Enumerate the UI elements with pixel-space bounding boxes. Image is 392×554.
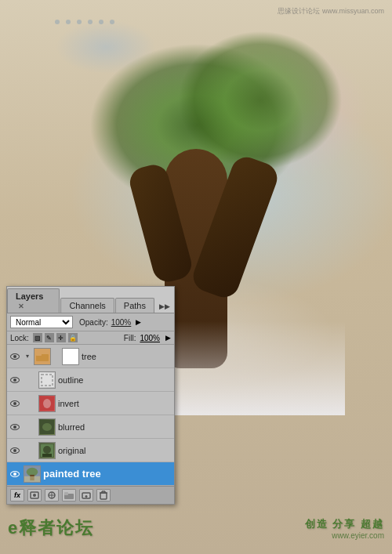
- site-url-text: www.eyier.com: [305, 531, 384, 540]
- svg-point-5: [43, 399, 51, 408]
- layer-list[interactable]: ▾ tree: [7, 345, 174, 486]
- tab-layers[interactable]: Layers ✕: [7, 288, 60, 313]
- blend-opacity-row: Normal Opacity: 100% ▶: [7, 313, 174, 331]
- add-mask-button[interactable]: [27, 489, 42, 501]
- layer-name-painted-tree: painted tree: [43, 468, 101, 480]
- thumb-blurred: [38, 418, 56, 436]
- opacity-arrow[interactable]: ▶: [136, 318, 141, 326]
- blend-mode-select[interactable]: Normal: [10, 316, 73, 328]
- svg-rect-15: [24, 476, 40, 481]
- lock-label: Lock:: [10, 334, 29, 342]
- eye-visibility-outline[interactable]: [9, 374, 21, 386]
- layer-item-invert[interactable]: invert: [7, 392, 174, 415]
- layer-name-invert: invert: [58, 399, 172, 408]
- close-layers-tab[interactable]: ✕: [18, 302, 24, 310]
- svg-rect-11: [42, 454, 52, 457]
- panel-toolbar: fx: [7, 486, 174, 504]
- layer-name-blurred: blurred: [58, 422, 172, 432]
- tab-channels[interactable]: Channels: [60, 298, 114, 313]
- folder-icon-tree: [34, 348, 51, 365]
- thumb-painted-tree: [24, 465, 41, 483]
- thumb-outline: [38, 371, 56, 389]
- top-watermark: 思缘设计论坛 www.missyuan.com: [278, 6, 384, 16]
- eye-visibility-invert[interactable]: [9, 397, 21, 410]
- svg-point-10: [43, 446, 51, 454]
- eye-visibility-original[interactable]: [9, 444, 21, 457]
- lock-brush-icon[interactable]: ✎: [45, 333, 54, 342]
- opacity-label: Opacity:: [79, 318, 108, 327]
- opacity-value[interactable]: 100%: [111, 318, 132, 327]
- add-adjustment-button[interactable]: [45, 489, 59, 501]
- create-layer-button[interactable]: [79, 489, 93, 501]
- tagline-text: 创造 分享 超越: [305, 517, 384, 531]
- layer-name-tree-group: tree: [82, 352, 172, 361]
- layer-item-blurred[interactable]: blurred: [7, 415, 174, 439]
- svg-rect-1: [36, 353, 42, 356]
- lock-icons: ▨ ✎ ✛ 🔒: [33, 333, 78, 342]
- mask-thumb-tree: [62, 348, 79, 365]
- bottom-watermark: e释者论坛 创造 分享 超越 www.eyier.com: [8, 516, 384, 540]
- svg-rect-24: [100, 493, 107, 499]
- layer-style-button[interactable]: fx: [10, 489, 24, 501]
- group-expand-icon[interactable]: ▾: [24, 353, 31, 360]
- lock-all-icon[interactable]: 🔒: [68, 333, 78, 342]
- tab-paths[interactable]: Paths: [115, 298, 154, 313]
- lock-fill-row: Lock: ▨ ✎ ✛ 🔒 Fill: 100% ▶: [7, 331, 174, 345]
- layer-name-original: original: [58, 446, 172, 455]
- eye-visibility-tree-group[interactable]: [9, 350, 21, 363]
- layer-item-outline[interactable]: outline: [7, 368, 174, 392]
- layer-name-outline: outline: [58, 375, 172, 385]
- fill-arrow[interactable]: ▶: [165, 334, 171, 342]
- delete-layer-button[interactable]: [96, 489, 111, 501]
- lock-transparent-icon[interactable]: ▨: [33, 333, 42, 342]
- layer-item-original[interactable]: original: [7, 439, 174, 462]
- svg-point-17: [33, 494, 36, 497]
- panel-tabs: Layers ✕ Channels Paths ▶▶: [7, 287, 174, 313]
- lock-move-icon[interactable]: ✛: [56, 333, 66, 342]
- eye-visibility-painted-tree[interactable]: [9, 468, 21, 480]
- svg-point-7: [42, 423, 52, 431]
- create-group-button[interactable]: [62, 489, 76, 501]
- chinese-main-text: e释者论坛: [8, 516, 94, 540]
- eye-visibility-blurred[interactable]: [9, 421, 21, 433]
- panel-options-button[interactable]: ▶▶: [155, 300, 174, 313]
- fill-value[interactable]: 100%: [140, 334, 160, 342]
- fill-label: Fill:: [124, 334, 136, 342]
- layers-panel: Layers ✕ Channels Paths ▶▶ Normal Opacit…: [6, 286, 175, 505]
- svg-rect-20: [64, 492, 68, 495]
- thumb-original: [38, 442, 56, 459]
- layer-item-tree-group[interactable]: ▾ tree: [7, 345, 174, 368]
- layer-item-painted-tree[interactable]: painted tree: [7, 462, 174, 486]
- thumb-invert: [38, 395, 56, 412]
